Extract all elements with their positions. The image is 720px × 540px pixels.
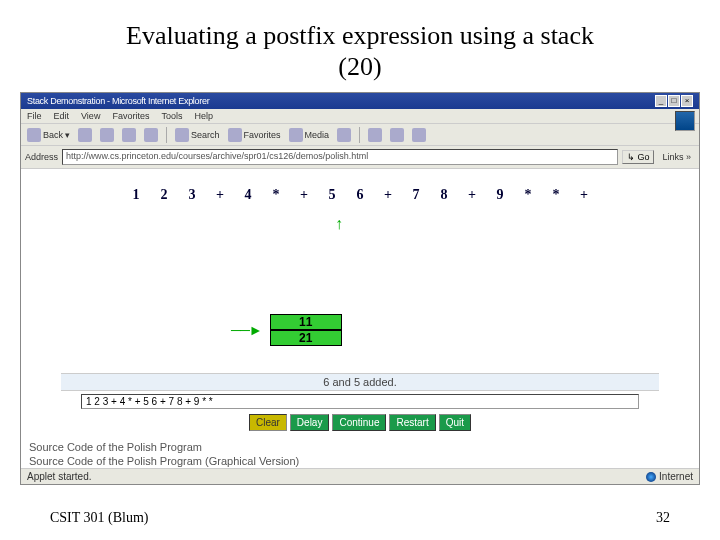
stop-icon[interactable] xyxy=(100,128,114,142)
token: 7 xyxy=(402,187,430,203)
titlebar: Stack Demonstration - Microsoft Internet… xyxy=(21,93,699,109)
media-icon xyxy=(289,128,303,142)
internet-zone-icon xyxy=(646,472,656,482)
forward-icon[interactable] xyxy=(78,128,92,142)
search-icon xyxy=(175,128,189,142)
menu-view[interactable]: View xyxy=(81,111,100,121)
token: 9 xyxy=(486,187,514,203)
separator xyxy=(166,127,167,143)
menubar: File Edit View Favorites Tools Help xyxy=(21,109,699,124)
mail-icon[interactable] xyxy=(368,128,382,142)
token-row: 1 2 3 + 4 * + 5 6 + 7 8 + 9 * * + xyxy=(69,181,651,209)
token: * xyxy=(514,187,542,203)
slide-footer: CSIT 301 (Blum) 32 xyxy=(50,510,670,526)
token: 6 xyxy=(346,187,374,203)
separator xyxy=(359,127,360,143)
print-icon[interactable] xyxy=(390,128,404,142)
stack-cell: 21 xyxy=(270,330,342,346)
status-left: Applet started. xyxy=(27,471,91,482)
browser-window: Stack Demonstration - Microsoft Internet… xyxy=(20,92,700,485)
title-line1: Evaluating a postfix expression using a … xyxy=(126,21,594,50)
token: * xyxy=(262,187,290,203)
maximize-button[interactable]: □ xyxy=(668,95,680,107)
statusbar: Applet started. Internet xyxy=(21,468,699,484)
refresh-icon[interactable] xyxy=(122,128,136,142)
menu-tools[interactable]: Tools xyxy=(161,111,182,121)
token: 2 xyxy=(150,187,178,203)
continue-button[interactable]: Continue xyxy=(332,414,386,431)
footer-left: CSIT 301 (Blum) xyxy=(50,510,149,526)
history-icon[interactable] xyxy=(337,128,351,142)
links-label[interactable]: Links » xyxy=(658,152,695,162)
token: 1 xyxy=(122,187,150,203)
favorites-button[interactable]: Favorites xyxy=(228,128,281,142)
token: + xyxy=(374,187,402,203)
title-line2: (20) xyxy=(338,52,381,81)
stack-cell: 11 xyxy=(270,314,342,330)
slide-title: Evaluating a postfix expression using a … xyxy=(50,20,670,82)
token: * xyxy=(542,187,570,203)
token: 5 xyxy=(318,187,346,203)
menu-favorites[interactable]: Favorites xyxy=(112,111,149,121)
quit-button[interactable]: Quit xyxy=(439,414,471,431)
status-right: Internet xyxy=(646,471,693,482)
search-button[interactable]: Search xyxy=(175,128,220,142)
token: 3 xyxy=(178,187,206,203)
back-button[interactable]: Back ▾ xyxy=(27,128,70,142)
home-icon[interactable] xyxy=(144,128,158,142)
stack-area: ──► 11 21 xyxy=(231,314,342,346)
go-button[interactable]: ↳ Go xyxy=(622,150,655,164)
star-icon xyxy=(228,128,242,142)
address-label: Address xyxy=(25,152,58,162)
toolbar: Back ▾ Search Favorites Media xyxy=(21,124,699,146)
expression-input[interactable] xyxy=(81,394,639,409)
footer-right: 32 xyxy=(656,510,670,526)
source-link-1[interactable]: Source Code of the Polish Program xyxy=(29,441,691,454)
throbber-icon xyxy=(675,111,695,131)
edit-icon[interactable] xyxy=(412,128,426,142)
source-link-2[interactable]: Source Code of the Polish Program (Graph… xyxy=(29,455,691,468)
delay-button[interactable]: Delay xyxy=(290,414,330,431)
token: 4 xyxy=(234,187,262,203)
button-row: Clear Delay Continue Restart Quit xyxy=(21,414,699,431)
page-links: Source Code of the Polish Program Source… xyxy=(21,439,699,467)
applet-area: 1 2 3 + 4 * + 5 6 + 7 8 + 9 * * + ↑ ──► … xyxy=(21,169,699,439)
pointer-arrow-icon: ↑ xyxy=(335,215,343,233)
clear-button[interactable]: Clear xyxy=(249,414,287,431)
minimize-button[interactable]: _ xyxy=(655,95,667,107)
restart-button[interactable]: Restart xyxy=(389,414,435,431)
close-button[interactable]: × xyxy=(681,95,693,107)
token: + xyxy=(206,187,234,203)
address-bar: Address http://www.cs.princeton.edu/cour… xyxy=(21,146,699,169)
status-message: 6 and 5 added. xyxy=(61,373,659,391)
stack: 11 21 xyxy=(270,314,342,346)
expression-row xyxy=(81,394,639,409)
menu-edit[interactable]: Edit xyxy=(54,111,70,121)
token: + xyxy=(570,187,598,203)
menu-help[interactable]: Help xyxy=(194,111,213,121)
back-icon xyxy=(27,128,41,142)
media-button[interactable]: Media xyxy=(289,128,330,142)
token: 8 xyxy=(430,187,458,203)
address-input[interactable]: http://www.cs.princeton.edu/courses/arch… xyxy=(62,149,618,165)
window-title: Stack Demonstration - Microsoft Internet… xyxy=(27,96,209,106)
menu-file[interactable]: File xyxy=(27,111,42,121)
push-arrow-icon: ──► xyxy=(231,322,262,338)
token: + xyxy=(458,187,486,203)
token: + xyxy=(290,187,318,203)
